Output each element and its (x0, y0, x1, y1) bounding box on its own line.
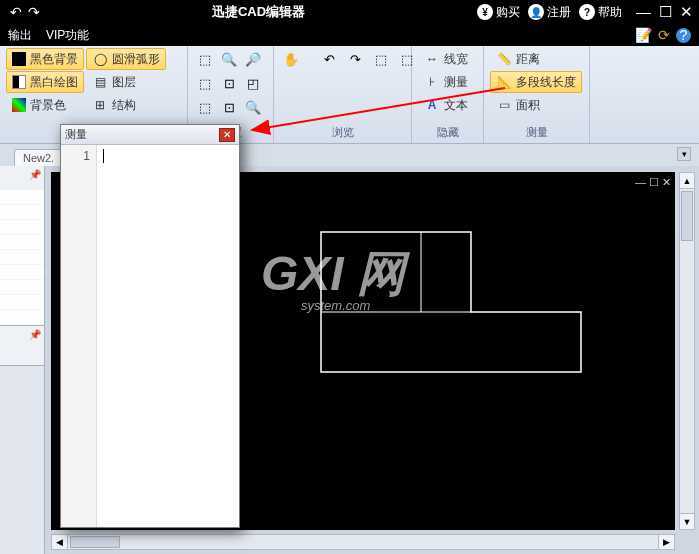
tool-icon-7[interactable]: ⬚ (194, 96, 216, 118)
hand-icon[interactable]: ✋ (280, 48, 302, 70)
layer-icon: ▤ (92, 74, 108, 90)
buy-label: 购买 (496, 4, 520, 21)
scroll-left-icon[interactable]: ◀ (52, 535, 68, 549)
black-bg-button[interactable]: 黑色背景 (6, 48, 84, 70)
menu-right-icons: 📝 ⟳ ? (635, 27, 691, 43)
document-tab[interactable]: New2. (14, 149, 65, 166)
text-icon: A (424, 97, 440, 113)
maximize-button[interactable]: ☐ (659, 3, 672, 21)
polyline-length-button[interactable]: 📐 多段线长度 (490, 71, 582, 93)
horizontal-scrollbar[interactable]: ◀ ▶ (51, 534, 675, 550)
bw-draw-button[interactable]: 黑白绘图 (6, 71, 84, 93)
layer-label: 图层 (112, 74, 136, 91)
line-width-label: 线宽 (444, 51, 468, 68)
scroll-up-icon[interactable]: ▲ (680, 173, 694, 189)
structure-label: 结构 (112, 97, 136, 114)
window-controls: — ☐ ✕ (636, 3, 693, 21)
popup-body: 1 (61, 145, 239, 527)
drawn-polyline (311, 222, 591, 382)
popup-content[interactable] (97, 145, 239, 527)
register-label: 注册 (547, 4, 571, 21)
measure-label: 测量 (444, 74, 468, 91)
help-circle-icon[interactable]: ? (676, 28, 691, 43)
canvas-window-controls: — ☐ ✕ (635, 176, 671, 189)
structure-button[interactable]: ⊞ 结构 (86, 94, 166, 116)
vertical-scrollbar[interactable]: ▲ ▼ (679, 172, 695, 530)
group-props-label: 隐藏 (418, 123, 477, 143)
measure-button[interactable]: ⊦ 测量 (418, 71, 474, 93)
redo-icon[interactable]: ↷ (28, 4, 40, 20)
text-label: 文本 (444, 97, 468, 114)
tool-icon-9[interactable]: 🔍 (242, 96, 264, 118)
left-pane-2: 📌 (0, 326, 44, 366)
tool-icon-2[interactable]: 🔍 (218, 48, 240, 70)
distance-button[interactable]: 📏 距离 (490, 48, 582, 70)
scroll-down-icon[interactable]: ▼ (680, 513, 694, 529)
rotate-left-icon[interactable]: ↶ (318, 48, 340, 70)
register-button[interactable]: 👤 注册 (528, 4, 571, 21)
bw-square-icon (12, 75, 26, 89)
buy-button[interactable]: ¥ 购买 (477, 4, 520, 21)
group-browse-label: 浏览 (280, 123, 405, 143)
pin-icon[interactable]: 📌 (29, 169, 41, 180)
bw-draw-label: 黑白绘图 (30, 74, 78, 91)
canvas-close[interactable]: ✕ (662, 176, 671, 189)
user-icon: 👤 (528, 4, 544, 20)
area-button[interactable]: ▭ 面积 (490, 94, 582, 116)
tool-icon-1[interactable]: ⬚ (194, 48, 216, 70)
pin-icon-2[interactable]: 📌 (29, 329, 41, 340)
minimize-button[interactable]: — (636, 3, 651, 21)
hscroll-thumb[interactable] (70, 536, 120, 548)
edit-icon[interactable]: 📝 (635, 27, 652, 43)
popup-close-button[interactable]: ✕ (219, 128, 235, 142)
text-button[interactable]: A 文本 (418, 94, 474, 116)
tool-icon-3[interactable]: 🔎 (242, 48, 264, 70)
ribbon-group-measure: 📏 距离 📐 多段线长度 ▭ 面积 测量 (484, 46, 590, 143)
quick-access: ↶ ↷ (10, 4, 40, 20)
nav-icon-1[interactable]: ⬚ (370, 48, 392, 70)
ribbon-group-props: ↔ 线宽 ⊦ 测量 A 文本 隐藏 (412, 46, 484, 143)
tool-icon-8[interactable]: ⊡ (218, 96, 240, 118)
arc-icon: ◯ (92, 51, 108, 67)
distance-icon: 📏 (496, 51, 512, 67)
measure-popup: 测量 ✕ 1 (60, 124, 240, 528)
help-label: 帮助 (598, 4, 622, 21)
polyline-length-label: 多段线长度 (516, 74, 576, 91)
title-actions: ¥ 购买 👤 注册 ? 帮助 — ☐ ✕ (477, 3, 693, 21)
line-width-button[interactable]: ↔ 线宽 (418, 48, 474, 70)
layer-button[interactable]: ▤ 图层 (86, 71, 166, 93)
area-label: 面积 (516, 97, 540, 114)
area-icon: ▭ (496, 97, 512, 113)
black-bg-label: 黑色背景 (30, 51, 78, 68)
vscroll-thumb[interactable] (681, 191, 693, 241)
menu-vip[interactable]: VIP功能 (46, 27, 89, 44)
tool-icon-6[interactable]: ◰ (242, 72, 264, 94)
yen-icon: ¥ (477, 4, 493, 20)
smooth-arc-button[interactable]: ◯ 圆滑弧形 (86, 48, 166, 70)
group-measure-label: 测量 (490, 123, 583, 143)
app-title: 迅捷CAD编辑器 (40, 3, 477, 21)
help-button[interactable]: ? 帮助 (579, 4, 622, 21)
bg-color-button[interactable]: 背景色 (6, 94, 84, 116)
left-pane-1: 📌 (0, 166, 44, 326)
canvas-minimize[interactable]: — (635, 176, 646, 189)
popup-titlebar[interactable]: 测量 ✕ (61, 125, 239, 145)
left-panels: 📌 📌 (0, 166, 45, 554)
menu-output[interactable]: 输出 (8, 27, 32, 44)
title-bar: ↶ ↷ 迅捷CAD编辑器 ¥ 购买 👤 注册 ? 帮助 — ☐ ✕ (0, 0, 699, 24)
tool-icon-5[interactable]: ⊡ (218, 72, 240, 94)
undo-icon[interactable]: ↶ (10, 4, 22, 20)
distance-label: 距离 (516, 51, 540, 68)
canvas-maximize[interactable]: ☐ (649, 176, 659, 189)
menus: 输出 VIP功能 (8, 27, 89, 44)
polyline-icon: 📐 (496, 74, 512, 90)
collapse-button[interactable]: ▾ (677, 147, 691, 161)
scroll-right-icon[interactable]: ▶ (658, 535, 674, 549)
tool-icon-4[interactable]: ⬚ (194, 72, 216, 94)
ruler-icon: ⊦ (424, 74, 440, 90)
close-button[interactable]: ✕ (680, 3, 693, 21)
rotate-right-icon[interactable]: ↷ (344, 48, 366, 70)
refresh-icon[interactable]: ⟳ (658, 27, 670, 43)
line-number: 1 (61, 149, 90, 163)
popup-title: 测量 (65, 127, 219, 142)
